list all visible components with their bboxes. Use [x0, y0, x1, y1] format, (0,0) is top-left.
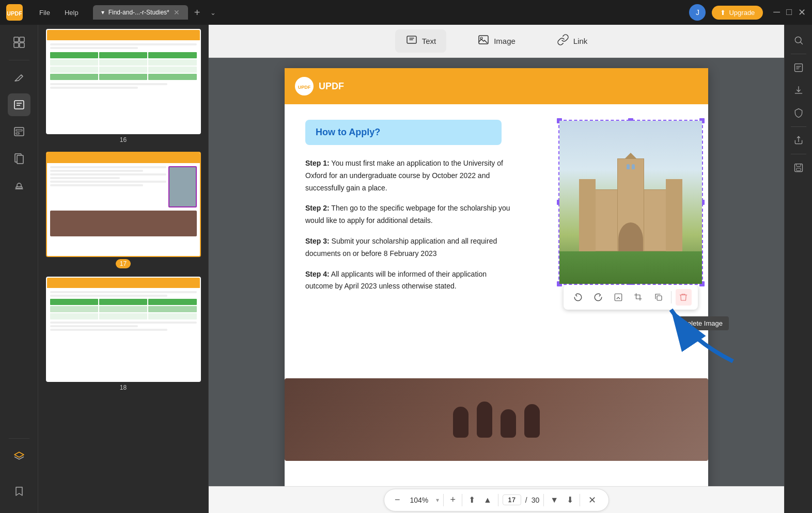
image-selected[interactable]: Delete Image — [558, 120, 703, 285]
nav-last-page-button[interactable]: ⬇ — [565, 493, 575, 507]
right-sidebar-divider-2 — [791, 126, 806, 127]
save-icon[interactable] — [789, 158, 808, 177]
search-icon[interactable] — [789, 31, 808, 50]
tower-windows — [618, 164, 644, 169]
toolbar-link[interactable]: Link — [546, 29, 598, 53]
toolbar-image[interactable]: Image — [467, 29, 526, 53]
thumb-cell — [50, 74, 98, 80]
thumb-content-17 — [47, 153, 200, 256]
tab-dropdown-icon: ▾ — [101, 9, 104, 16]
current-page-input[interactable] — [503, 494, 521, 505]
image-selection-container: Delete Image — [558, 120, 703, 285]
export-icon[interactable] — [789, 81, 808, 100]
crop-button[interactable] — [631, 289, 647, 306]
step4: Step 4: All applicants will be informed … — [305, 268, 512, 293]
thumb-cell — [99, 52, 147, 58]
bottom-close-button[interactable]: ✕ — [584, 492, 600, 508]
menu-bar: File Help — [33, 7, 85, 19]
image-icon — [477, 34, 490, 49]
page-header-brand: UPDF — [319, 81, 344, 92]
thumbnail-panel[interactable]: 16 — [38, 25, 209, 513]
delete-image-button[interactable] — [676, 289, 692, 306]
oxford-image — [559, 121, 702, 284]
thumb-line — [50, 47, 138, 49]
replace-image-button[interactable] — [610, 289, 626, 306]
protect-icon[interactable] — [789, 104, 808, 122]
tab-list-button[interactable]: ⌄ — [210, 9, 216, 17]
minimize-button[interactable]: ─ — [773, 7, 780, 18]
sidebar-layers[interactable] — [8, 445, 30, 468]
thumb-content-18 — [47, 278, 200, 381]
person4 — [524, 404, 540, 438]
tower-pinnacle — [624, 153, 637, 159]
document-viewport[interactable]: UPDF UPDF How to Apply? Step 1: You must… — [209, 58, 784, 486]
menu-file[interactable]: File — [33, 7, 56, 19]
sidebar-annotate[interactable] — [8, 67, 30, 89]
thumb-line — [50, 329, 167, 331]
edit-toolbar: Text Image Link — [209, 25, 784, 58]
step2-text: Then go to the specific webpage for the … — [305, 204, 510, 225]
delete-tooltip-text: Delete Image — [683, 319, 723, 327]
zoom-dropdown-button[interactable]: ▾ — [436, 496, 439, 504]
sidebar-edit[interactable] — [8, 93, 30, 116]
thumb-cell — [148, 74, 196, 80]
tab-close-button[interactable]: ✕ — [174, 8, 180, 17]
thumb-cell — [50, 52, 98, 58]
toolbar-text-label: Text — [422, 37, 436, 45]
svg-rect-13 — [17, 155, 23, 164]
step2-bold: Step 2: — [305, 204, 330, 212]
zoom-out-button[interactable]: − — [393, 494, 402, 505]
ocr-icon[interactable] — [789, 58, 808, 77]
upgrade-button[interactable]: ⬆ Upgrade — [712, 6, 763, 20]
thumb-line — [50, 177, 120, 179]
copy-image-button[interactable] — [651, 289, 667, 306]
rotate-right-button[interactable] — [590, 289, 606, 306]
thumb-cell — [50, 299, 98, 305]
thumb-line — [50, 322, 197, 324]
svg-rect-26 — [796, 164, 800, 167]
sidebar-form[interactable] — [8, 120, 30, 143]
step1-bold: Step 1: — [305, 159, 330, 167]
active-tab[interactable]: ▾ Find-and-...-r-Studies* ✕ — [93, 5, 188, 20]
right-sidebar-divider — [791, 54, 806, 54]
menu-help[interactable]: Help — [58, 7, 85, 19]
side-tower-right — [666, 179, 682, 251]
nav-first-page-button[interactable]: ⬆ — [466, 493, 477, 507]
sidebar-thumbnails[interactable] — [8, 31, 30, 54]
thumb-bottom-img — [47, 211, 200, 236]
thumbnail-page-16[interactable]: 16 — [42, 29, 204, 143]
sidebar-stamp[interactable] — [8, 174, 30, 197]
thumb-line — [50, 87, 138, 89]
new-tab-button[interactable]: + — [190, 7, 205, 19]
toolbar-text[interactable]: Text — [395, 29, 447, 53]
thumbnail-page-17[interactable]: 17 — [42, 152, 204, 268]
sidebar-divider-2 — [9, 438, 29, 439]
upgrade-icon: ⬆ — [720, 9, 726, 17]
step2: Step 2: Then go to the specific webpage … — [305, 202, 512, 227]
toolbar-divider — [671, 291, 672, 303]
maximize-button[interactable]: □ — [786, 7, 792, 18]
content-area: Text Image Link UPDF — [209, 25, 784, 513]
rotate-left-button[interactable] — [570, 289, 586, 306]
app-logo-icon: UPDF — [6, 4, 23, 21]
share-icon[interactable] — [789, 131, 808, 150]
thumb-cell — [99, 313, 147, 319]
close-button[interactable]: ✕ — [798, 7, 806, 18]
svg-rect-21 — [657, 296, 662, 300]
thumb-body-17 — [47, 163, 200, 211]
right-sidebar-divider-3 — [791, 154, 806, 154]
nav-next-page-button[interactable]: ▼ — [548, 493, 560, 507]
sidebar-pages[interactable] — [8, 147, 30, 170]
thumb-content-16 — [47, 30, 200, 133]
thumb-selected-img — [168, 166, 197, 207]
zoom-nav-divider — [443, 494, 444, 506]
thumb-cell — [148, 59, 196, 66]
thumb-line — [50, 83, 167, 85]
sidebar-bookmark[interactable] — [8, 480, 30, 503]
nav-prev-page-button[interactable]: ▲ — [481, 493, 494, 507]
thumbnail-page-18[interactable]: 18 — [42, 277, 204, 391]
user-avatar[interactable]: J — [689, 4, 706, 21]
thumb-img-17 — [46, 152, 201, 257]
zoom-in-button[interactable]: + — [448, 494, 458, 505]
svg-rect-9 — [14, 127, 24, 136]
